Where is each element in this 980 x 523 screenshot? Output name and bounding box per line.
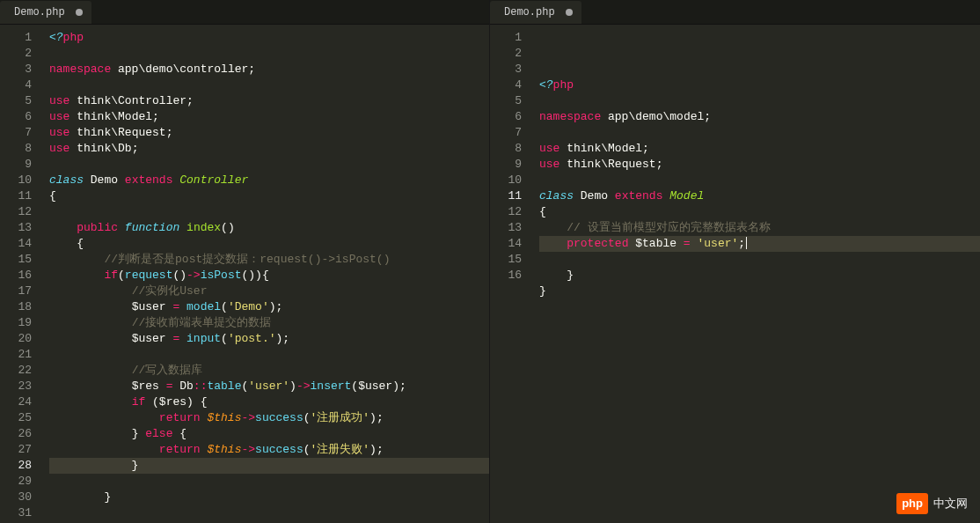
line-number: 11 [490,188,522,204]
line-number: 20 [0,331,32,347]
code-line[interactable]: <?php [539,77,980,93]
line-number: 31 [0,505,32,521]
code-line[interactable] [49,204,489,220]
line-number: 1 [490,30,522,46]
tab-left-file[interactable]: Demo.php [0,1,91,24]
code-line[interactable]: use think\Request; [49,125,489,141]
line-number: 12 [0,204,32,220]
line-number: 13 [0,220,32,236]
line-number: 17 [0,284,32,299]
line-number: 8 [490,141,522,157]
line-number: 1 [0,30,32,46]
code-line[interactable]: //接收前端表单提交的数据 [49,315,489,331]
code-line[interactable]: class Demo extends Controller [49,173,489,188]
code-line[interactable]: //写入数据库 [49,363,489,379]
code-line[interactable] [49,46,489,62]
code-line[interactable]: } [49,490,489,505]
line-number: 25 [0,410,32,426]
code-line[interactable]: use think\Model; [539,141,980,157]
line-number: 5 [0,93,32,109]
code-line[interactable]: namespace app\demo\controller; [49,62,489,77]
line-number: 4 [0,77,32,93]
line-number: 14 [0,236,32,252]
code-line[interactable]: } [49,458,489,474]
code-line[interactable]: if ($res) { [49,394,489,410]
code-line[interactable]: $res = Db::table('user')->insert($user); [49,379,489,394]
code-line[interactable]: // 设置当前模型对应的完整数据表名称 [539,220,980,236]
code-line[interactable]: $user = model('Demo'); [49,299,489,315]
code-line[interactable] [49,505,489,521]
line-number: 24 [0,394,32,410]
line-number: 2 [490,46,522,62]
line-number: 10 [0,173,32,188]
line-number: 4 [490,77,522,93]
code-line[interactable]: use think\Model; [49,109,489,125]
line-number: 16 [490,268,522,284]
line-number: 18 [0,299,32,315]
tab-bar-right: Demo.php [490,0,980,25]
code-line[interactable]: $user = input('post.'); [49,331,489,347]
code-line[interactable]: protected $table = 'user'; [539,236,980,252]
code-line[interactable] [49,474,489,490]
line-number: 3 [0,62,32,77]
code-line[interactable]: } else { [49,426,489,442]
code-line[interactable] [539,93,980,109]
line-number: 6 [0,109,32,125]
code-line[interactable]: { [49,188,489,204]
code-line[interactable]: //判断是否是post提交数据：request()->isPost() [49,252,489,268]
line-number-gutter: 12345678910111213141516 [490,25,532,523]
code-line[interactable]: use think\Db; [49,141,489,157]
code-line[interactable]: namespace app\demo\model; [539,109,980,125]
code-line[interactable] [539,173,980,188]
line-number: 8 [0,141,32,157]
code-line[interactable]: public function index() [49,220,489,236]
line-number: 5 [490,93,522,109]
code-line[interactable] [539,315,980,331]
text-cursor [746,237,747,249]
line-number: 27 [0,442,32,458]
code-line[interactable] [49,347,489,363]
code-line[interactable] [539,299,980,315]
code-line[interactable]: { [49,236,489,252]
line-number: 14 [490,236,522,252]
editor-left[interactable]: 1234567891011121314151617181920212223242… [0,25,489,523]
code-area-left[interactable]: <?phpnamespace app\demo\controller;use t… [42,25,489,523]
line-number: 15 [490,252,522,268]
watermark: php 中文网 [896,493,968,514]
editor-pane-right: Demo.php 12345678910111213141516 php 中文网… [490,0,980,523]
code-line[interactable]: } [539,284,980,299]
code-line[interactable]: //实例化User [49,284,489,299]
code-area-right[interactable]: php 中文网 <?phpnamespace app\demo\model;us… [532,25,980,523]
editor-right[interactable]: 12345678910111213141516 php 中文网 <?phpnam… [490,25,980,523]
line-number: 16 [0,268,32,284]
code-line[interactable]: use think\Controller; [49,93,489,109]
line-number: 3 [490,62,522,77]
line-number: 19 [0,315,32,331]
line-number: 23 [0,379,32,394]
line-number: 26 [0,426,32,442]
code-line[interactable]: use think\Request; [539,157,980,173]
code-line[interactable]: { [539,204,980,220]
dirty-indicator-icon [76,9,83,16]
code-line[interactable]: class Demo extends Model [539,188,980,204]
code-line[interactable] [49,77,489,93]
dirty-indicator-icon [566,9,573,16]
code-line[interactable]: return $this->success('注册成功'); [49,410,489,426]
tab-bar-left: Demo.php [0,0,489,25]
line-number: 2 [0,46,32,62]
code-line[interactable]: } [539,268,980,284]
code-line[interactable]: if(request()->isPost()){ [49,268,489,284]
code-line[interactable] [49,157,489,173]
tab-right-file[interactable]: Demo.php [490,1,581,24]
line-number: 29 [0,474,32,490]
code-line[interactable] [539,252,980,268]
line-number-gutter: 1234567891011121314151617181920212223242… [0,25,42,523]
line-number: 13 [490,220,522,236]
line-number: 7 [0,125,32,141]
line-number: 9 [0,157,32,173]
code-line[interactable]: return $this->success('注册失败'); [49,442,489,458]
code-line[interactable]: <?php [49,30,489,46]
code-line[interactable] [539,125,980,141]
line-number: 30 [0,490,32,505]
line-number: 7 [490,125,522,141]
